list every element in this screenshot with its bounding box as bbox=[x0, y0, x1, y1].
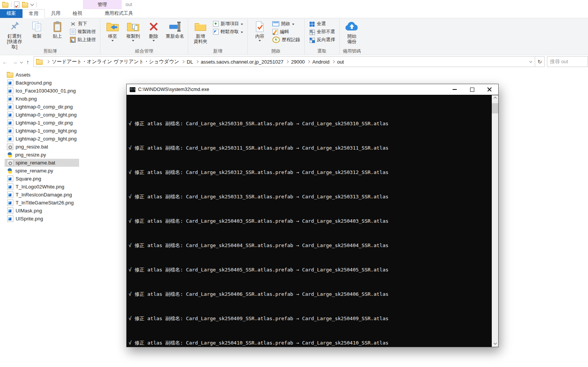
scroll-thumb[interactable] bbox=[492, 103, 498, 113]
qat-new-folder-icon[interactable] bbox=[22, 3, 28, 8]
ribbon-group-new: 新增 資料夾 新增項目 輕鬆存取 新增 bbox=[189, 18, 247, 55]
file-icon bbox=[7, 207, 13, 214]
tab-share[interactable]: 共用 bbox=[45, 9, 67, 18]
file-row[interactable]: spine_rename.bat bbox=[5, 159, 79, 167]
history-clock-icon bbox=[272, 37, 280, 43]
pin-to-quick-access-button[interactable]: 釘選到 [快速存取] bbox=[2, 19, 27, 49]
group-label-organize: 組合管理 bbox=[101, 48, 188, 54]
up-button[interactable]: ↑ bbox=[24, 59, 32, 65]
file-row[interactable]: png_resize.py bbox=[5, 151, 79, 159]
chevron-down-icon bbox=[292, 24, 294, 25]
invert-selection-button[interactable]: 反向選擇 bbox=[307, 36, 337, 44]
move-to-button[interactable]: 移至 bbox=[102, 19, 123, 41]
cmd-scrollbar[interactable] bbox=[492, 95, 498, 347]
contextual-tab-manage[interactable]: 管理 bbox=[83, 0, 122, 9]
ribbon-group-organize: 移至 複製到 刪除 重新命名 bbox=[101, 18, 188, 55]
history-button[interactable]: 歷程記錄 bbox=[271, 36, 302, 44]
cmd-window: C:\WINDOWS\system32\cmd.exe √ 修正 atlas 副… bbox=[126, 84, 499, 347]
scroll-down-arrow[interactable] bbox=[492, 340, 498, 347]
file-icon bbox=[7, 160, 13, 166]
file-row[interactable]: Assets bbox=[5, 71, 79, 79]
tab-file[interactable]: 檔案 bbox=[0, 9, 22, 18]
chevron-right-icon bbox=[286, 60, 289, 63]
open-button[interactable]: 開啟 bbox=[271, 20, 302, 28]
file-row[interactable]: T_InLogo02White.png bbox=[5, 183, 79, 191]
file-row[interactable]: Lightmap-1_comp_light.png bbox=[5, 127, 79, 135]
ribbon-tabs: 檔案 常用 共用 檢視 應用程式工具 bbox=[0, 9, 588, 18]
breadcrumb-segment[interactable]: DL bbox=[179, 57, 193, 67]
ribbon-group-open: 內容 開啟 編輯 歷程記錄 bbox=[248, 18, 304, 55]
start-backup-button[interactable]: 開始 備份 bbox=[342, 19, 362, 44]
recent-locations-chevron-icon[interactable] bbox=[20, 59, 22, 65]
file-icon bbox=[7, 80, 13, 86]
file-icon bbox=[7, 112, 13, 118]
properties-button[interactable]: 內容 bbox=[250, 19, 270, 41]
cut-button[interactable]: 剪下 bbox=[68, 20, 97, 28]
delete-button[interactable]: 刪除 bbox=[143, 19, 164, 41]
edit-button[interactable]: 編輯 bbox=[271, 28, 302, 36]
tab-application-tools[interactable]: 應用程式工具 bbox=[99, 9, 139, 18]
chevron-right-icon bbox=[195, 60, 198, 63]
file-row[interactable]: UISprite.png bbox=[5, 215, 79, 223]
group-label-clipboard: 剪貼簿 bbox=[1, 48, 100, 54]
file-row[interactable]: Lightmap-0_comp_light.png bbox=[5, 111, 79, 119]
breadcrumb-segment[interactable]: out bbox=[329, 57, 344, 67]
paste-shortcut-button[interactable]: 貼上捷徑 bbox=[68, 36, 97, 44]
ribbon-group-select: 全選 全部不選 反向選擇 選取 bbox=[305, 18, 339, 55]
paste-button[interactable]: 貼上 bbox=[47, 19, 68, 39]
copy-path-button[interactable]: 複製路徑 bbox=[68, 28, 97, 36]
ribbon: 釘選到 [快速存取] 複製 貼上 剪下 bbox=[0, 18, 588, 55]
maximize-button[interactable] bbox=[463, 84, 481, 95]
cmd-output-line: √ 修正 atlas 副檔名: Card_Large_sk250313_SSR.… bbox=[129, 194, 491, 200]
chevron-right-icon bbox=[46, 60, 49, 63]
back-button[interactable]: ← bbox=[0, 59, 10, 65]
file-row[interactable]: Lightmap-1_comp_dir.png bbox=[5, 119, 79, 127]
paste-shortcut-icon bbox=[70, 37, 76, 43]
search-input[interactable]: 搜尋 out bbox=[547, 56, 588, 67]
breadcrumb-segment[interactable]: ソードアート・オンライン ヴァリアント・ショウダウン bbox=[44, 57, 179, 67]
file-row[interactable]: Ico_Face10304300_01.png bbox=[5, 87, 79, 95]
select-none-button[interactable]: 全部不選 bbox=[307, 28, 337, 36]
address-bar[interactable]: ソードアート・オンライン ヴァリアント・ショウダウン DL assets.sao… bbox=[33, 56, 545, 67]
delete-icon bbox=[149, 20, 159, 34]
tab-view[interactable]: 檢視 bbox=[67, 9, 88, 18]
copy-path-icon bbox=[70, 29, 76, 35]
file-row[interactable]: png_resize.bat bbox=[5, 143, 79, 151]
select-all-button[interactable]: 全選 bbox=[307, 20, 337, 28]
chevron-down-icon bbox=[153, 40, 155, 41]
file-row[interactable]: UIMask.png bbox=[5, 207, 79, 215]
file-row[interactable]: T_InResIconDamage.png bbox=[5, 191, 79, 199]
cmd-output-line: √ 修正 atlas 副檔名: Card_Large_sk250409_SSR.… bbox=[129, 316, 491, 322]
copy-button[interactable]: 複製 bbox=[27, 19, 47, 39]
file-row[interactable]: spine_rename.py bbox=[5, 167, 79, 175]
new-item-icon bbox=[213, 21, 219, 27]
qat-properties-icon[interactable] bbox=[14, 2, 19, 8]
file-row[interactable]: Lightmap-0_comp_dir.png bbox=[5, 103, 79, 111]
quick-access-toolbar bbox=[2, 1, 37, 8]
cmd-output-line: √ 修正 atlas 副檔名: Card_Large_sk250310_SSR.… bbox=[129, 121, 491, 127]
rename-button[interactable]: 重新命名 bbox=[164, 19, 186, 39]
breadcrumb-segment[interactable]: assets.saovs.channel.or.jp_20251027 bbox=[193, 57, 284, 67]
new-folder-button[interactable]: 新增 資料夾 bbox=[190, 19, 211, 44]
breadcrumb-segment[interactable]: Android bbox=[305, 57, 329, 67]
file-row[interactable]: Square.png bbox=[5, 175, 79, 183]
easy-access-button[interactable]: 輕鬆存取 bbox=[211, 28, 245, 36]
forward-button[interactable]: → bbox=[10, 59, 20, 65]
copy-to-button[interactable]: 複製到 bbox=[123, 19, 143, 41]
qat-customize-chevron-icon[interactable] bbox=[30, 2, 34, 6]
file-row[interactable]: Background.png bbox=[5, 79, 79, 87]
address-dropdown-button[interactable] bbox=[526, 61, 535, 63]
file-icon bbox=[7, 176, 13, 182]
scroll-up-arrow[interactable] bbox=[492, 95, 498, 102]
file-row[interactable]: Lightmap-2_comp_light.png bbox=[5, 135, 79, 143]
chevron-right-icon bbox=[307, 60, 310, 63]
new-item-button[interactable]: 新增項目 bbox=[211, 20, 245, 28]
file-row[interactable]: T_InTitleGameStart26.png bbox=[5, 199, 79, 207]
tab-home[interactable]: 常用 bbox=[22, 9, 45, 18]
minimize-button[interactable] bbox=[446, 84, 463, 95]
close-button[interactable] bbox=[481, 84, 498, 95]
breadcrumb-segment[interactable]: 29000 bbox=[283, 57, 305, 67]
cmd-titlebar[interactable]: C:\WINDOWS\system32\cmd.exe bbox=[127, 84, 498, 95]
refresh-button[interactable]: ↻ bbox=[535, 57, 544, 67]
file-row[interactable]: Knob.png bbox=[5, 95, 79, 103]
